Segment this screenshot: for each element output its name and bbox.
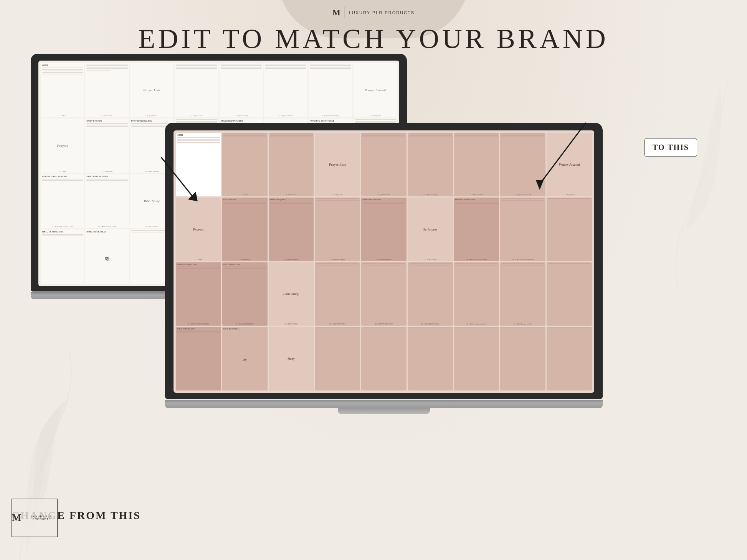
- arrow-to-front: [501, 107, 609, 222]
- main-title: EDIT TO MATCH YOUR BRAND: [138, 23, 608, 55]
- back-page-6: 7 - prayer for friends: [264, 63, 307, 117]
- front-page-13: 15 - people to pray for: [315, 198, 360, 261]
- front-page-34: [454, 327, 499, 390]
- front-page-31: [315, 327, 360, 390]
- to-this-label: TO THIS: [645, 138, 697, 157]
- back-page-17: MONTHLY REFLECTIONS 22 - MONTHLY REFLECT…: [41, 174, 84, 229]
- back-page-10: DAILY PRAYER 13 - daily prayer: [85, 119, 129, 173]
- svg-line-0: [161, 157, 192, 196]
- front-page-23: 26 - SCRIPTURE STUDY: [361, 262, 407, 326]
- front-page-19: MONTHLY REFLECTION 22 - MONTHLY REFLECTI…: [176, 262, 221, 326]
- front-page-30: Study: [269, 327, 314, 390]
- front-page-35: [500, 327, 545, 390]
- back-page-26: BIBLE BOOKSHELF 📚: [85, 229, 129, 284]
- back-page-25: BIBLE READING LOG: [41, 229, 84, 284]
- front-page-27: [547, 262, 592, 326]
- front-page-25: 28 - Bible Reading Log Old 1: [454, 262, 499, 326]
- bottom-logo-tagline: LUXURY PLR PRODUCTS: [26, 515, 57, 520]
- front-page-21: Bible Study 24 - BIBLE STUDY: [269, 262, 314, 326]
- back-page-5: 6 - prayer for family: [220, 63, 263, 117]
- laptop-front-base: [165, 400, 603, 408]
- front-page-20: DAILY REFLECTION 23 - DAILY REFLECTIONS: [222, 262, 268, 326]
- front-page-26: 29 - Bible Reading Log Old: [500, 262, 545, 326]
- back-page-8: Prayer Journal 9 - prayer journal: [354, 63, 397, 117]
- header: M LUXURY PLR PRODUCTS: [332, 7, 415, 18]
- front-page-16: FAVORITE SCRIPTURES 18 - FAVORITE SCRIPT…: [454, 198, 499, 261]
- logo-divider: [345, 7, 345, 18]
- front-page-14: ANSWERED PRAYERS 16 - answered prayers: [361, 198, 407, 261]
- back-page-4: 5 - prayer for self: [175, 63, 218, 117]
- back-page-18: DAILY REFLECTIONS 23 - DAILY REFLECTIONS: [85, 174, 129, 229]
- front-page-33: [408, 327, 453, 390]
- bottom-logo-m: M: [12, 512, 21, 524]
- front-page-12: PRAYER REQUESTS 14 - prayer requests: [269, 198, 314, 261]
- logo-m: M: [332, 8, 341, 18]
- back-page-9: Prayers 12 - Prayer: [41, 119, 84, 173]
- back-page-7: 8 - prayer for community: [309, 63, 352, 117]
- laptop-front-stand: [338, 408, 430, 414]
- front-page-3: 3 - Introduction: [269, 133, 314, 196]
- front-page-2: 2 - Index: [222, 133, 268, 196]
- front-page-15: Scriptures 17 - SCRIPTURES: [408, 198, 453, 261]
- front-page-28: BIBLE READING LOG: [176, 327, 221, 390]
- front-page-11: DAILY PRAYER 13 - daily prayer: [222, 198, 268, 261]
- svg-marker-3: [536, 180, 544, 190]
- front-page-7: 7 - prayer for friends: [454, 133, 499, 196]
- front-page-5: 5 - prayer for self: [361, 133, 407, 196]
- bottom-logo-box: M LUXURY PLR PRODUCTS: [12, 499, 58, 537]
- back-page-1: HOME 2 - Index: [41, 63, 84, 117]
- front-page-4: Prayer Lists 4 - prayer lists: [315, 133, 360, 196]
- front-page-29: BIBLE BOOKSHELF 📚: [222, 327, 268, 390]
- back-page-3: Prayer Lists 4 - prayer lists: [130, 63, 174, 117]
- front-page-32: [361, 327, 407, 390]
- back-page-2: 3 - Introduction: [85, 63, 129, 117]
- svg-line-2: [540, 123, 586, 184]
- leaf-decoration-right: [632, 77, 747, 307]
- front-page-6: 6 - prayer for family: [408, 133, 453, 196]
- logo-tagline: LUXURY PLR PRODUCTS: [349, 10, 415, 15]
- arrow-from-back: [142, 146, 219, 222]
- front-page-24: 27 - DAILY DEVOTIONAL: [408, 262, 453, 326]
- front-page-36: [547, 327, 592, 390]
- front-page-22: 25 - CHAPTER STUDY: [315, 262, 360, 326]
